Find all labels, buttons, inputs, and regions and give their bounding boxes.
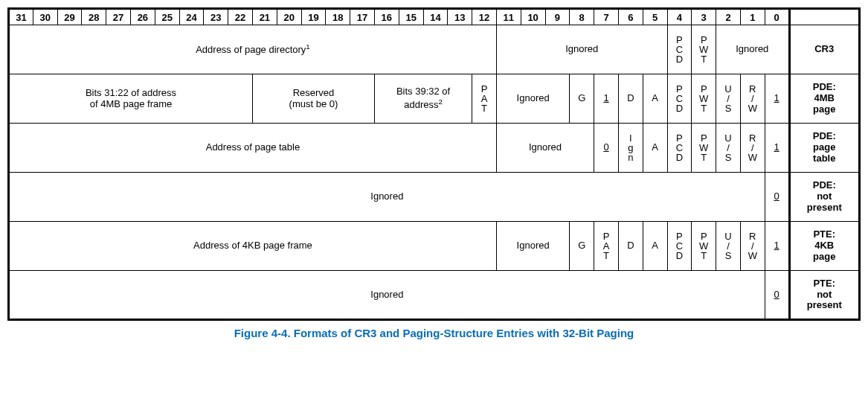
bit-header: 19 [301,9,326,25]
field-addr-4kb: Address of 4KB page frame [9,222,497,271]
field-pwt: PWT [692,222,716,271]
bit-header: 5 [643,9,667,25]
field-ignored: Ignored [9,173,765,222]
field-ignored: Ignored [716,25,789,74]
bit-header: 3 [692,9,716,25]
row-label-pdenp: PDE:notpresent [789,173,860,222]
field-g: G [570,74,594,124]
bit-header: 2 [716,9,741,25]
field-pcd: PCD [667,222,692,271]
bit-header: 8 [570,9,594,25]
bit-header: 4 [667,9,692,25]
bit-header: 28 [82,9,106,25]
field-pwt: PWT [692,124,716,173]
field-address-page-dir: Address of page directory1 [9,25,497,74]
bit-header: 26 [130,9,155,25]
field-addr-page-table: Address of page table [9,124,497,173]
field-a: A [643,124,667,173]
bit-header: 16 [374,9,399,25]
bit-header: 7 [594,9,619,25]
field-ignored: Ignored [9,271,765,320]
field-g: G [570,222,594,271]
field-addr-high: Bits 39:32 of address2 [374,74,472,124]
row-pte-not-present: Ignored 0 PTE:notpresent [9,271,860,320]
row-cr3: Address of page directory1 Ignored PCD P… [9,25,860,74]
field-rw: R/W [740,74,765,124]
field-pcd: PCD [667,74,692,124]
field-rw: R/W [740,124,765,173]
field-ignored: Ignored [496,25,667,74]
bit-header: 14 [423,9,448,25]
field-reserved: Reserved(must be 0) [252,74,374,124]
field-pcd: PCD [667,25,692,74]
field-a: A [643,222,667,271]
figure-caption: Figure 4-4. Formats of CR3 and Paging-St… [7,321,861,339]
field-pcd: PCD [667,124,692,173]
bit-header: 25 [155,9,179,25]
bit-header: 20 [277,9,301,25]
field-rw: R/W [740,222,765,271]
field-d: D [618,74,643,124]
field-present: 1 [765,222,789,271]
field-d: D [618,222,643,271]
field-us: U/S [716,124,741,173]
row-label-pde4mb: PDE:4MBpage [789,74,860,124]
bit-header: 24 [179,9,204,25]
bit-header-row: 31 30 29 28 27 26 25 24 23 22 21 20 19 1… [9,9,860,25]
field-addr-4mb: Bits 31:22 of addressof 4MB page frame [9,74,253,124]
bit-header: 9 [545,9,570,25]
label-header [789,9,860,25]
row-label-pdetable: PDE:pagetable [789,124,860,173]
field-ps: 0 [594,124,619,173]
field-a: A [643,74,667,124]
field-us: U/S [716,74,741,124]
field-ign: Ign [618,124,643,173]
bit-header: 1 [740,9,765,25]
row-pde-page-table: Address of page table Ignored 0 Ign A PC… [9,124,860,173]
bit-header: 22 [228,9,253,25]
bit-header: 10 [521,9,545,25]
figure-paging-formats: 31 30 29 28 27 26 25 24 23 22 21 20 19 1… [7,7,861,339]
field-present: 0 [765,173,789,222]
bit-header: 11 [496,9,521,25]
bit-header: 13 [448,9,472,25]
field-pwt: PWT [692,74,716,124]
field-present: 1 [765,124,789,173]
bit-header: 30 [33,9,57,25]
field-pat: PAT [472,74,497,124]
field-pat: PAT [594,222,619,271]
field-present: 1 [765,74,789,124]
row-label-cr3: CR3 [789,25,860,74]
bit-header: 23 [204,9,228,25]
bitfield-table: 31 30 29 28 27 26 25 24 23 22 21 20 19 1… [7,7,861,321]
field-ignored: Ignored [496,222,569,271]
field-present: 0 [765,271,789,320]
field-ps: 1 [594,74,619,124]
row-pde-not-present: Ignored 0 PDE:notpresent [9,173,860,222]
row-pde-4mb: Bits 31:22 of addressof 4MB page frame R… [9,74,860,124]
field-ignored: Ignored [496,124,594,173]
bit-header: 17 [350,9,375,25]
bit-header: 27 [106,9,131,25]
row-label-ptenp: PTE:notpresent [789,271,860,320]
row-label-pte4kb: PTE:4KBpage [789,222,860,271]
bit-header: 15 [399,9,423,25]
bit-header: 29 [57,9,82,25]
bit-header: 21 [252,9,277,25]
field-ignored: Ignored [496,74,569,124]
bit-header: 12 [472,9,497,25]
field-pwt: PWT [692,25,716,74]
bit-header: 0 [765,9,789,25]
field-us: U/S [716,222,741,271]
bit-header: 31 [9,9,33,25]
bit-header: 6 [618,9,643,25]
row-pte-4kb: Address of 4KB page frame Ignored G PAT … [9,222,860,271]
bit-header: 18 [326,9,350,25]
